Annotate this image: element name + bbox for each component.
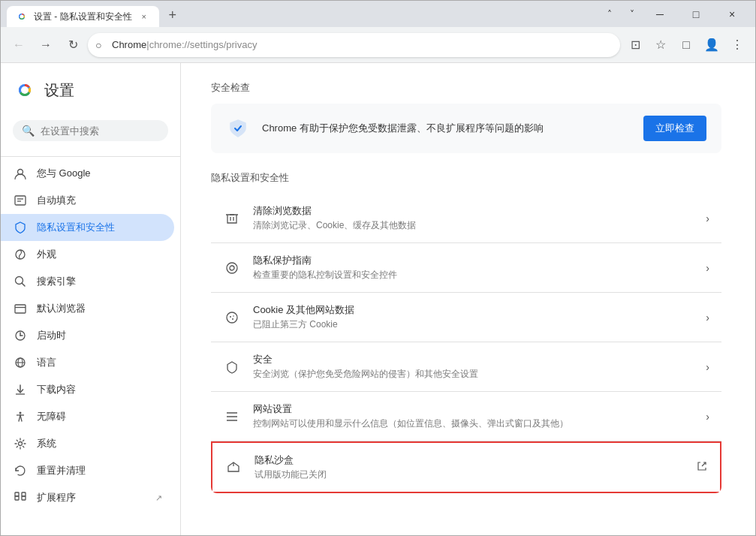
svg-rect-29: [22, 492, 26, 496]
cookies-icon: [223, 309, 241, 327]
search-input[interactable]: [41, 125, 167, 137]
search-icon: 🔍: [22, 125, 35, 137]
svg-rect-27: [22, 496, 26, 500]
reload-button[interactable]: ↻: [61, 33, 85, 57]
svg-point-21: [20, 412, 22, 414]
clear-browsing-desc: 清除浏览记录、Cookie、缓存及其他数据: [253, 219, 694, 232]
svg-rect-11: [15, 305, 26, 313]
svg-rect-5: [15, 196, 26, 205]
minimize-button[interactable]: ─: [643, 2, 677, 26]
content-area: 安全检查 Chrome 有助于保护您免受数据泄露、不良扩展程序等问题的影响 立即…: [181, 63, 755, 535]
security-title: 安全: [253, 353, 694, 366]
sidebar-divider: [1, 156, 180, 157]
site-settings-desc: 控制网站可以使用和显示什么信息（如位置信息、摄像头、弹出式窗口及其他）: [253, 417, 694, 430]
sidebar-item-accessibility[interactable]: 无障碍: [1, 403, 174, 430]
menu-button[interactable]: ⋮: [725, 33, 749, 57]
menu-item-privacy-sandbox[interactable]: 隐私沙盒试用版功能已关闭: [211, 441, 721, 493]
cookies-arrow: ›: [706, 312, 709, 324]
safety-check-section-label: 安全检查: [211, 81, 721, 95]
svg-line-45: [702, 462, 706, 466]
main-layout: 设置 🔍 您与 Google自动填充隐私设置和安全性外观搜索引擎默认浏览器启动时…: [1, 63, 755, 535]
extensions-label: 扩展程序: [37, 491, 76, 504]
new-tab-button[interactable]: +: [162, 5, 183, 26]
back-button[interactable]: ←: [7, 33, 31, 57]
active-tab[interactable]: 设置 - 隐私设置和安全性 ×: [7, 6, 159, 27]
cast-button[interactable]: ⊡: [623, 33, 647, 57]
address-bar[interactable]: Chrome | chrome://settings/privacy: [88, 33, 620, 57]
menu-item-cookies[interactable]: Cookie 及其他网站数据已阻止第三方 Cookie›: [211, 293, 721, 342]
sidebar-item-search[interactable]: 搜索引擎: [1, 268, 174, 295]
browser-window: 设置 - 隐私设置和安全性 × + ˄ ˅ ─ □ × ← → ↻ ○ Chro…: [0, 0, 756, 536]
sidebar-item-language[interactable]: 语言: [1, 349, 174, 376]
sidebar-item-google[interactable]: 您与 Google: [1, 160, 174, 187]
menu-item-security[interactable]: 安全安全浏览（保护您免受危险网站的侵害）和其他安全设置›: [211, 342, 721, 392]
cookies-title: Cookie 及其他网站数据: [253, 303, 694, 317]
url-path: chrome://settings/privacy: [149, 39, 258, 50]
search-box[interactable]: 🔍: [13, 120, 168, 141]
tab-title: 设置 - 隐私设置和安全性: [34, 11, 132, 23]
sidebar-search-area: 🔍: [1, 114, 180, 153]
language-label: 语言: [37, 356, 56, 369]
menu-item-site-settings[interactable]: 网站设置控制网站可以使用和显示什么信息（如位置信息、摄像头、弹出式窗口及其他）›: [211, 392, 721, 441]
sidebar-title: 设置: [44, 80, 74, 101]
menu-item-clear-browsing[interactable]: 清除浏览数据清除浏览记录、Cookie、缓存及其他数据›: [211, 194, 721, 243]
safety-check-button[interactable]: 立即检查: [643, 116, 706, 141]
sidebar-item-browser[interactable]: 默认浏览器: [1, 295, 174, 322]
privacy-sandbox-arrow: [696, 460, 708, 474]
sidebar-item-extensions[interactable]: 扩展程序↗: [1, 484, 174, 511]
cookies-content: Cookie 及其他网站数据已阻止第三方 Cookie: [253, 303, 694, 331]
appearance-label: 外观: [37, 248, 56, 261]
site-settings-title: 网站设置: [253, 402, 694, 416]
autofill-icon: [13, 193, 28, 208]
google-label: 您与 Google: [37, 167, 91, 180]
address-wrap: ○ Chrome | chrome://settings/privacy: [88, 33, 620, 57]
privacy-guide-desc: 检查重要的隐私控制设置和安全控件: [253, 269, 694, 282]
privacy-guide-content: 隐私保护指南检查重要的隐私控制设置和安全控件: [253, 254, 694, 282]
menu-item-privacy-guide[interactable]: 隐私保护指南检查重要的隐私控制设置和安全控件›: [211, 243, 721, 293]
svg-point-37: [230, 316, 231, 318]
maximize-button[interactable]: □: [679, 2, 713, 26]
search-label: 搜索引擎: [37, 275, 76, 288]
browser-label: 默认浏览器: [37, 302, 86, 315]
svg-point-35: [230, 266, 234, 270]
sidebar-item-reset[interactable]: 重置并清理: [1, 457, 174, 484]
system-label: 系统: [37, 437, 56, 450]
tab-search-button[interactable]: □: [674, 33, 698, 57]
download-label: 下载内容: [37, 383, 76, 396]
sidebar-item-appearance[interactable]: 外观: [1, 241, 174, 268]
svg-point-36: [227, 312, 237, 323]
sidebar-item-startup[interactable]: 启动时: [1, 322, 174, 349]
bookmark-button[interactable]: ☆: [649, 33, 673, 57]
privacy-sandbox-content: 隐私沙盒试用版功能已关闭: [255, 453, 684, 481]
site-settings-arrow: ›: [706, 411, 709, 423]
addressbar: ← → ↻ ○ Chrome | chrome://settings/priva…: [1, 27, 755, 63]
google-icon: [13, 166, 28, 181]
external-link-icon: ↗: [155, 493, 162, 503]
chevron-down-button[interactable]: ˅: [622, 4, 643, 25]
chevron-up-button[interactable]: ˄: [599, 4, 620, 25]
sidebar-item-download[interactable]: 下载内容: [1, 376, 174, 403]
profile-button[interactable]: 👤: [700, 33, 724, 57]
privacy-sandbox-title: 隐私沙盒: [255, 453, 684, 467]
shield-check-svg: [227, 118, 248, 139]
clear-browsing-content: 清除浏览数据清除浏览记录、Cookie、缓存及其他数据: [253, 204, 694, 232]
forward-button[interactable]: →: [34, 33, 58, 57]
content-inner: 安全检查 Chrome 有助于保护您免受数据泄露、不良扩展程序等问题的影响 立即…: [181, 63, 751, 511]
security-icon: [223, 358, 241, 376]
sidebar-item-autofill[interactable]: 自动填充: [1, 187, 174, 214]
sidebar-item-system[interactable]: 系统: [1, 430, 174, 457]
security-arrow: ›: [706, 361, 709, 373]
cookies-desc: 已阻止第三方 Cookie: [253, 318, 694, 331]
chevron-area: ˄ ˅: [599, 4, 643, 25]
sidebar-item-privacy[interactable]: 隐私设置和安全性: [1, 214, 174, 241]
svg-line-24: [20, 415, 22, 421]
privacy-guide-title: 隐私保护指南: [253, 254, 694, 267]
site-settings-content: 网站设置控制网站可以使用和显示什么信息（如位置信息、摄像头、弹出式窗口及其他）: [253, 402, 694, 430]
sidebar-header: 设置: [1, 69, 180, 114]
titlebar: 设置 - 隐私设置和安全性 × + ˄ ˅ ─ □ ×: [1, 1, 755, 27]
tab-close-button[interactable]: ×: [138, 11, 150, 23]
close-button[interactable]: ×: [715, 2, 749, 26]
privacy-label: 隐私设置和安全性: [37, 221, 115, 234]
settings-logo: [13, 78, 37, 102]
security-content: 安全安全浏览（保护您免受危险网站的侵害）和其他安全设置: [253, 353, 694, 381]
